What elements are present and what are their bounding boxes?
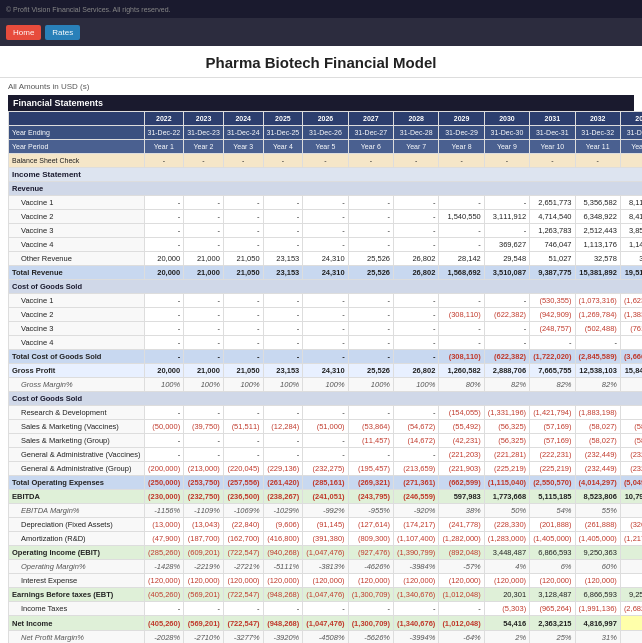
- om-2027: -4626%: [348, 560, 393, 574]
- v1-2025: -: [263, 196, 303, 210]
- int-2033: -: [620, 574, 642, 588]
- gav-2032: (232,449): [575, 448, 620, 462]
- gav-2022: -: [144, 448, 184, 462]
- ebit-row: Operating Income (EBIT) (285,260) (609,2…: [9, 546, 643, 560]
- vaccine2-label: Vaccine 2: [9, 210, 145, 224]
- check-3: -: [223, 154, 263, 168]
- cv2-2022: -: [144, 308, 184, 322]
- operating-margin-label: Operating Margin%: [9, 560, 145, 574]
- sm-group-label: Sales & Marketing (Group): [9, 434, 145, 448]
- v4-2022: -: [144, 238, 184, 252]
- tax-2024: -: [223, 602, 263, 616]
- or-2028: 26,802: [394, 252, 439, 266]
- date-2030: 31-Dec-30: [484, 126, 529, 140]
- tax-2032: (1,991,136): [575, 602, 620, 616]
- tcogs-2025: -: [263, 350, 303, 364]
- ebitdam-2026: -992%: [303, 504, 348, 518]
- ebitda-2024: (236,500): [223, 490, 263, 504]
- dep-2024: (22,840): [223, 518, 263, 532]
- operating-margin-row: Operating Margin% -1428% -2219% -2721% -…: [9, 560, 643, 574]
- rates-button[interactable]: Rates: [45, 25, 80, 40]
- cogs-label: Cost of Goods Sold: [9, 280, 643, 294]
- check-7: -: [394, 154, 439, 168]
- income-statement-header: Income Statement: [9, 168, 643, 182]
- npm-2028: -3994%: [394, 631, 439, 644]
- ebit-2030: 3,448,487: [484, 546, 529, 560]
- gross-profit-row: Gross Profit 20,000 21,000 21,050 23,153…: [9, 364, 643, 378]
- smv-2032: (58,027): [575, 420, 620, 434]
- v4-2025: -: [263, 238, 303, 252]
- gp-2032: 12,538,103: [575, 364, 620, 378]
- int-2027: (120,000): [348, 574, 393, 588]
- smv-2026: (51,000): [303, 420, 348, 434]
- cv2-2023: -: [184, 308, 224, 322]
- v1-2033: 8,115,221: [620, 196, 642, 210]
- gm-2032: 82%: [575, 378, 620, 392]
- ebt-2024: (722,547): [223, 588, 263, 602]
- home-button[interactable]: Home: [6, 25, 41, 40]
- rd-2023: -: [184, 406, 224, 420]
- cv4-2023: -: [184, 336, 224, 350]
- dep-2031: (201,888): [530, 518, 575, 532]
- cv1-2028: -: [394, 294, 439, 308]
- tr-2030: 3,510,087: [484, 266, 529, 280]
- depreciation-label: Depreciation (Fixed Assets): [9, 518, 145, 532]
- opex-label: Cost of Goods Sold: [9, 392, 643, 406]
- ebitdam-2027: -955%: [348, 504, 393, 518]
- tcogs-2027: -: [348, 350, 393, 364]
- smg-2022: -: [144, 434, 184, 448]
- rd-2032: (1,883,198): [575, 406, 620, 420]
- total-revenue-row: Total Revenue 20,000 21,000 21,050 23,15…: [9, 266, 643, 280]
- ebit-label: Operating Income (EBIT): [9, 546, 145, 560]
- cv1-2027: -: [348, 294, 393, 308]
- cv1-2032: (1,073,316): [575, 294, 620, 308]
- npm-2033: 34%: [620, 631, 642, 644]
- ebit-2025: (940,268): [263, 546, 303, 560]
- vaccine4-row: Vaccine 4 - - - - - - - - 369,627 746,04…: [9, 238, 643, 252]
- subtitle-text: All Amounts in USD (s): [8, 82, 89, 91]
- v4-2032: 1,113,176: [575, 238, 620, 252]
- topex-2023: (253,750): [184, 476, 224, 490]
- om-2032: 60%: [575, 560, 620, 574]
- col-2028: 2028: [394, 112, 439, 126]
- rd-2026: -: [303, 406, 348, 420]
- gav-2023: -: [184, 448, 224, 462]
- topex-2026: (285,161): [303, 476, 348, 490]
- v4-2033: 1,143,481: [620, 238, 642, 252]
- toolbar: Home Rates: [0, 18, 642, 46]
- tcogs-2030: (622,382): [484, 350, 529, 364]
- gp-2029: 1,260,582: [439, 364, 484, 378]
- header-empty: [9, 112, 145, 126]
- or-2031: 51,027: [530, 252, 575, 266]
- gp-2030: 2,888,706: [484, 364, 529, 378]
- year-ending-label: Year Ending: [9, 126, 145, 140]
- int-2029: (120,000): [439, 574, 484, 588]
- gp-2033: 15,843,872: [620, 364, 642, 378]
- gag-2022: (200,000): [144, 462, 184, 476]
- ebit-2026: (1,047,476): [303, 546, 348, 560]
- or-2025: 23,153: [263, 252, 303, 266]
- cv4-2026: -: [303, 336, 348, 350]
- page-title: Pharma Biotech Financial Model: [0, 54, 642, 71]
- ga-vaccines-row: General & Administrative (Vaccines) - - …: [9, 448, 643, 462]
- rd-2025: -: [263, 406, 303, 420]
- cv3-2025: -: [263, 322, 303, 336]
- smg-2024: -: [223, 434, 263, 448]
- amortization-label: Amortization (R&D): [9, 532, 145, 546]
- ebt-2033: 9,250,363: [620, 588, 642, 602]
- tcogs-2029: (308,110): [439, 350, 484, 364]
- cv1-2022: -: [144, 294, 184, 308]
- am-2022: (47,900): [144, 532, 184, 546]
- topex-2031: (2,550,570): [530, 476, 575, 490]
- total-opex-label: Total Operating Expenses: [9, 476, 145, 490]
- ebitda-margin-row: EBITDA Margin% -1156% -1109% -1069% -102…: [9, 504, 643, 518]
- gag-2026: (232,275): [303, 462, 348, 476]
- tcogs-2022: -: [144, 350, 184, 364]
- ebit-2023: (609,201): [184, 546, 224, 560]
- ebt-2027: (1,300,709): [348, 588, 393, 602]
- int-2025: (120,000): [263, 574, 303, 588]
- total-cogs-label: Total Cost of Goods Sold: [9, 350, 145, 364]
- cv2-2024: -: [223, 308, 263, 322]
- gp-2031: 7,665,755: [530, 364, 575, 378]
- ni-2030: 54,416: [484, 616, 529, 631]
